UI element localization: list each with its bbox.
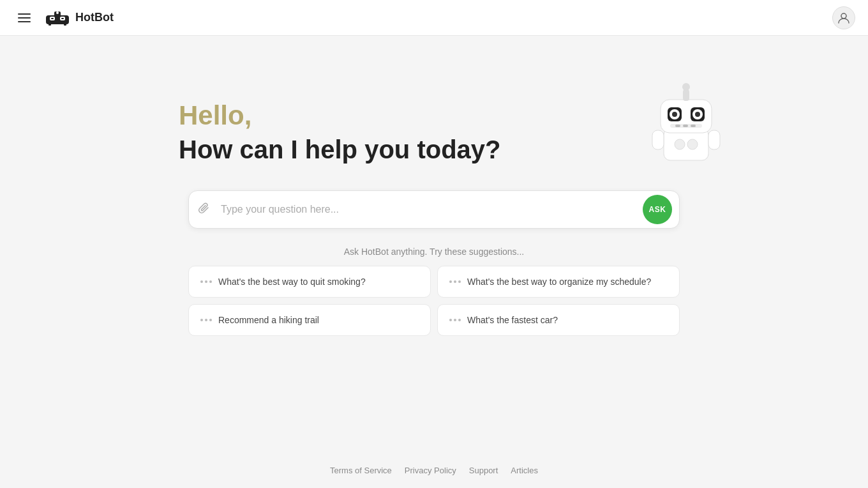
suggestion-text-3: What's the fastest car? — [467, 315, 558, 325]
header-left: HotBot — [13, 6, 114, 29]
footer-link-terms[interactable]: Terms of Service — [330, 466, 392, 475]
search-container: ASK — [188, 190, 680, 229]
search-input[interactable] — [188, 190, 680, 229]
svg-point-24 — [675, 139, 685, 149]
svg-point-9 — [841, 13, 846, 19]
attach-icon — [198, 202, 210, 217]
hero-text: Hello, How can I help you today? — [179, 100, 689, 165]
svg-rect-7 — [49, 23, 51, 26]
suggestion-dots-icon — [200, 280, 212, 283]
suggestion-text-0: What's the best way to quit smoking? — [218, 277, 366, 287]
app-title: HotBot — [75, 11, 114, 24]
svg-rect-3 — [51, 18, 54, 19]
footer: Terms of Service Privacy Policy Support … — [330, 466, 538, 475]
svg-rect-23 — [691, 125, 696, 127]
svg-point-18 — [672, 112, 677, 117]
svg-point-6 — [56, 11, 59, 14]
footer-link-support[interactable]: Support — [469, 466, 498, 475]
hamburger-icon — [18, 13, 31, 22]
suggestion-card-2[interactable]: Recommend a hiking trail — [188, 304, 431, 336]
menu-button[interactable] — [13, 6, 36, 29]
svg-point-19 — [695, 112, 700, 117]
svg-rect-12 — [683, 89, 689, 101]
svg-point-25 — [687, 139, 698, 149]
user-icon — [838, 12, 849, 24]
logo-area: HotBot — [45, 10, 114, 26]
robot-svg — [645, 80, 728, 170]
svg-rect-8 — [64, 23, 66, 26]
app-header: HotBot — [0, 0, 868, 36]
greeting-text: Hello, — [179, 100, 689, 132]
suggestion-text-2: Recommend a hiking trail — [218, 315, 319, 325]
user-profile-button[interactable] — [832, 6, 855, 29]
footer-link-articles[interactable]: Articles — [511, 466, 538, 475]
svg-rect-22 — [683, 125, 688, 127]
ask-button[interactable]: ASK — [643, 195, 672, 224]
footer-link-privacy[interactable]: Privacy Policy — [405, 466, 456, 475]
suggestion-dots-icon — [449, 280, 461, 283]
suggestion-card-1[interactable]: What's the best way to organize my sched… — [437, 266, 680, 298]
suggestions-grid: What's the best way to quit smoking? Wha… — [188, 266, 680, 336]
svg-point-13 — [682, 83, 690, 91]
suggestion-dots-icon — [449, 319, 461, 321]
robot-illustration — [645, 80, 728, 164]
suggestion-text-1: What's the best way to organize my sched… — [467, 277, 651, 287]
svg-rect-27 — [652, 130, 664, 149]
ask-button-label: ASK — [649, 205, 666, 214]
suggestion-dots-icon — [200, 319, 212, 321]
suggestion-card-3[interactable]: What's the fastest car? — [437, 304, 680, 336]
svg-rect-21 — [675, 125, 680, 127]
hero-section: Hello, How can I help you today? — [179, 100, 689, 165]
svg-rect-26 — [708, 130, 720, 149]
svg-rect-0 — [46, 15, 69, 24]
main-content: Hello, How can I help you today? — [0, 36, 868, 336]
svg-rect-4 — [61, 18, 64, 19]
subtitle-text: How can I help you today? — [179, 134, 689, 165]
suggestion-card-0[interactable]: What's the best way to quit smoking? — [188, 266, 431, 298]
suggestions-label: Ask HotBot anything. Try these suggestio… — [344, 247, 524, 257]
hotbot-logo-icon — [45, 10, 70, 26]
